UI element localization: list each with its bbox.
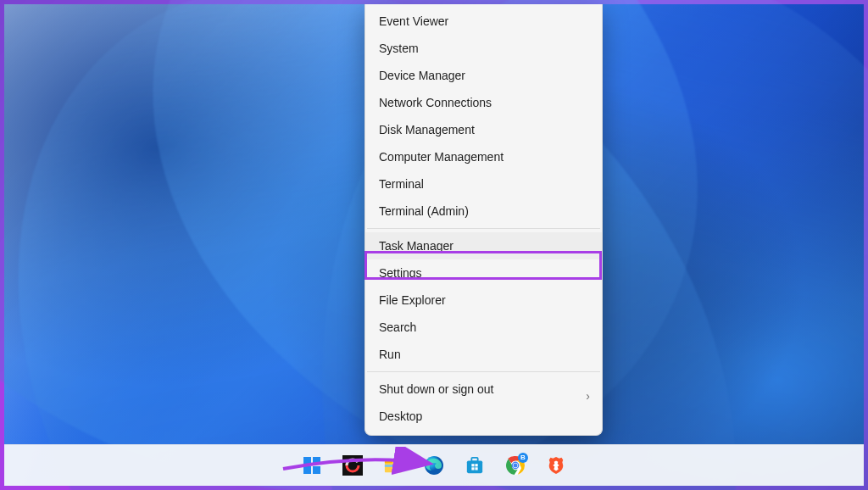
menu-item-file-explorer[interactable]: File Explorer — [365, 287, 602, 314]
menu-item-terminal[interactable]: Terminal — [365, 170, 602, 198]
taskbar-app-chrome[interactable]: B — [499, 449, 531, 482]
taskbar-app-ms-store[interactable] — [459, 449, 491, 482]
menu-item-search[interactable]: Search — [365, 314, 602, 341]
menu-item-terminal-admin[interactable]: Terminal (Admin) — [365, 198, 602, 225]
badge-icon: B — [518, 453, 528, 463]
menu-item-device-manager[interactable]: Device Manager — [365, 62, 602, 89]
menu-item-system[interactable]: System — [365, 35, 602, 62]
svg-rect-14 — [475, 464, 477, 466]
menu-separator — [367, 371, 600, 372]
menu-item-task-manager[interactable]: Task Manager — [365, 232, 602, 259]
svg-rect-15 — [471, 467, 474, 470]
menu-item-disk-management[interactable]: Disk Management — [365, 116, 602, 143]
svg-rect-11 — [467, 461, 482, 474]
svg-rect-8 — [385, 459, 392, 464]
svg-rect-2 — [303, 466, 311, 474]
svg-rect-3 — [313, 466, 320, 474]
menu-item-settings[interactable]: Settings — [365, 259, 602, 287]
svg-rect-12 — [471, 458, 477, 462]
svg-rect-16 — [475, 467, 477, 470]
taskbar-app-file-explorer[interactable] — [377, 449, 409, 482]
taskbar-app-edge[interactable] — [418, 449, 450, 482]
menu-item-computer-management[interactable]: Computer Management — [365, 143, 602, 170]
menu-item-desktop[interactable]: Desktop — [365, 403, 602, 430]
menu-item-run[interactable]: Run — [365, 341, 602, 368]
menu-item-event-viewer[interactable]: Event Viewer — [365, 8, 602, 35]
svg-point-20 — [514, 464, 518, 468]
menu-item-shutdown[interactable]: Shut down or sign out › — [365, 376, 602, 403]
taskbar: B — [4, 444, 864, 486]
winx-context-menu: Event Viewer System Device Manager Netwo… — [364, 4, 603, 436]
svg-rect-13 — [471, 464, 474, 466]
taskbar-app-loader[interactable] — [337, 449, 369, 482]
menu-separator — [367, 228, 600, 229]
start-button[interactable] — [296, 449, 328, 482]
svg-rect-7 — [385, 461, 402, 472]
taskbar-app-brave[interactable] — [540, 449, 572, 482]
svg-rect-1 — [313, 457, 320, 465]
svg-rect-0 — [303, 457, 311, 465]
svg-rect-9 — [385, 465, 402, 467]
menu-item-network-connections[interactable]: Network Connections — [365, 89, 602, 116]
